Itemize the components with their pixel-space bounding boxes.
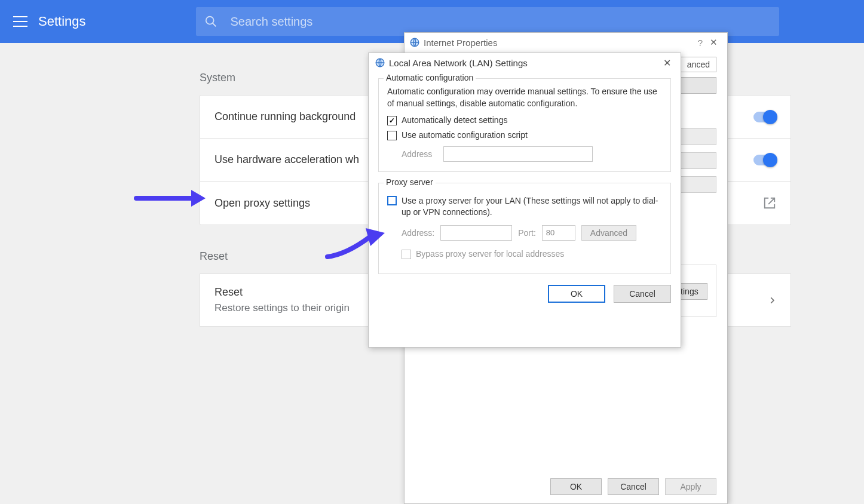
group-title: Proxy server (384, 177, 436, 187)
checkbox-label: Use automatic configuration script (402, 130, 528, 140)
checkbox-label: Use a proxy server for your LAN (These s… (402, 195, 662, 218)
menu-icon[interactable] (13, 14, 27, 29)
page-title: Settings (38, 14, 86, 29)
advanced-button[interactable]: Advanced (581, 225, 636, 241)
toggle-on-icon[interactable] (753, 112, 776, 122)
ok-button[interactable]: OK (550, 478, 602, 495)
annotation-arrow-icon (323, 226, 388, 262)
globe-icon (375, 57, 385, 68)
close-icon[interactable]: ✕ (660, 57, 675, 69)
checkbox-icon[interactable] (387, 116, 397, 125)
checkbox-label: Automatically detect settings (402, 115, 507, 125)
checkbox-bypass-local[interactable]: Bypass proxy server for local addresses (402, 249, 662, 259)
group-automatic-configuration: Automatic configuration Automatic config… (378, 78, 671, 172)
proxy-port-input[interactable] (542, 225, 575, 241)
apply-button[interactable]: Apply (665, 478, 716, 495)
ok-button[interactable]: OK (548, 285, 605, 303)
proxy-address-label: Address: (402, 228, 434, 238)
auto-config-description: Automatic configuration may override man… (387, 86, 662, 109)
svg-marker-6 (366, 228, 385, 246)
tab-advanced[interactable]: anced (681, 57, 716, 72)
cancel-button[interactable]: Cancel (614, 285, 671, 303)
dialog-title: Local Area Network (LAN) Settings (389, 58, 660, 68)
checkbox-label: Bypass proxy server for local addresses (416, 249, 564, 259)
close-icon[interactable]: ✕ (705, 37, 722, 48)
cancel-button[interactable]: Cancel (608, 478, 659, 495)
address-label: Address (402, 149, 437, 159)
search-placeholder: Search settings (231, 15, 313, 29)
lan-settings-dialog: Local Area Network (LAN) Settings ✕ Auto… (368, 53, 681, 348)
group-title: Automatic configuration (384, 73, 476, 82)
group-proxy-server: Proxy server Use a proxy server for your… (378, 183, 671, 274)
checkbox-auto-script[interactable]: Use automatic configuration script (387, 130, 662, 140)
search-input[interactable]: Search settings (196, 7, 779, 36)
checkbox-icon[interactable] (387, 196, 397, 205)
svg-marker-3 (191, 190, 206, 207)
svg-line-1 (212, 23, 216, 27)
auto-script-address-row: Address (402, 146, 662, 162)
toggle-on-icon[interactable] (753, 155, 776, 165)
help-icon[interactable]: ? (698, 38, 703, 48)
svg-point-0 (206, 17, 213, 24)
globe-icon (409, 37, 420, 48)
checkbox-auto-detect[interactable]: Automatically detect settings (387, 115, 662, 125)
search-icon (204, 15, 217, 28)
annotation-arrow-icon (134, 186, 206, 210)
dialog-title: Internet Properties (424, 38, 698, 48)
checkbox-use-proxy[interactable]: Use a proxy server for your LAN (These s… (387, 195, 662, 218)
auto-script-address-input[interactable] (443, 146, 593, 162)
checkbox-icon[interactable] (387, 131, 397, 140)
proxy-address-input[interactable] (440, 225, 512, 241)
checkbox-icon[interactable] (402, 250, 411, 259)
reset-title: Reset (215, 286, 243, 298)
titlebar[interactable]: Internet Properties ? ✕ (405, 33, 727, 52)
proxy-port-label: Port: (518, 228, 536, 238)
chevron-right-icon (768, 296, 776, 305)
open-external-icon (763, 196, 776, 210)
titlebar[interactable]: Local Area Network (LAN) Settings ✕ (369, 53, 681, 72)
